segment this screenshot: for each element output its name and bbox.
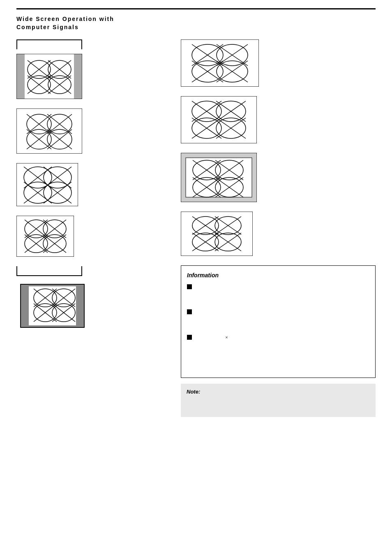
- information-box: Information: [181, 265, 376, 378]
- note-title: Note:: [187, 388, 370, 396]
- right-column: Information: [181, 39, 376, 417]
- note-box: Note:: [181, 384, 376, 417]
- svg-rect-109: [181, 212, 253, 256]
- page: Wide Screen Operation with Computer Sign…: [0, 0, 392, 555]
- diagram-right-2: [181, 96, 376, 145]
- info-text-2: [195, 309, 196, 329]
- title-line1: Wide Screen Operation with: [16, 16, 114, 22]
- svg-rect-0: [16, 54, 25, 99]
- diagram-left-5: [16, 282, 173, 331]
- bracket-bottom-area: [16, 266, 173, 279]
- info-item-3: ×: [187, 334, 369, 368]
- info-title: Information: [187, 271, 369, 280]
- title-line2: Computer Signals: [16, 24, 79, 30]
- info-text-1: [195, 283, 196, 304]
- top-border: [16, 8, 376, 9]
- info-bullet-2: [187, 309, 192, 314]
- diagram-right-3: [181, 153, 376, 203]
- diagram-right-4: [181, 212, 376, 257]
- info-text-3: ×: [195, 334, 228, 368]
- left-column: [16, 39, 173, 417]
- diagram-left-2: [16, 108, 173, 155]
- info-item-1: [187, 283, 369, 304]
- bracket-top: [16, 39, 82, 49]
- note-text: [187, 398, 370, 413]
- page-title: Wide Screen Operation with Computer Sign…: [16, 15, 376, 31]
- svg-rect-1: [74, 54, 82, 99]
- info-bullet-1: [187, 284, 192, 289]
- diagram-left-3: [16, 163, 173, 207]
- bracket-bottom: [16, 266, 82, 276]
- diagram-left-1: [16, 54, 173, 100]
- diagram-right-1: [181, 39, 376, 88]
- diagram-left-4: [16, 216, 173, 258]
- info-item-2: [187, 309, 369, 329]
- info-bullet-3: [187, 335, 192, 340]
